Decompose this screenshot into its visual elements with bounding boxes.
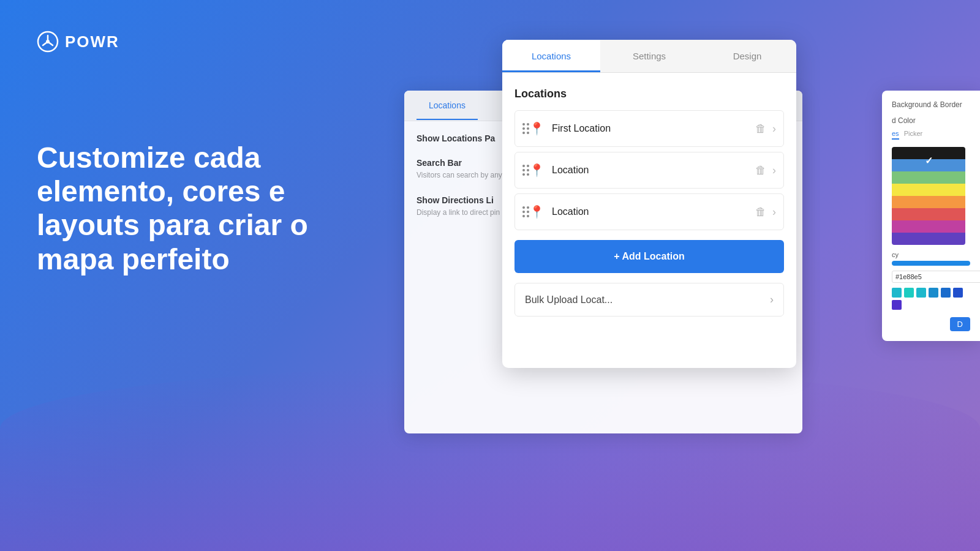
swatch-7[interactable] (892, 300, 902, 310)
bg-panel-tab-locations[interactable]: Locations (417, 92, 478, 120)
chevron-1[interactable]: › (772, 122, 776, 135)
drag-handle-3[interactable] (522, 206, 529, 217)
hex-input[interactable] (892, 271, 980, 283)
color-grid[interactable]: ✓ (892, 147, 965, 245)
color-tab-es[interactable]: es (892, 130, 899, 140)
bulk-upload-text: Bulk Upload Locat... (525, 294, 612, 305)
panel-tabs: Locations Settings Design (502, 40, 796, 73)
bulk-upload-chevron: › (770, 293, 774, 306)
swatch-3[interactable] (916, 288, 926, 298)
chevron-2[interactable]: › (772, 164, 776, 177)
drag-handle-2[interactable] (522, 165, 529, 176)
color-tab-picker[interactable]: Picker (904, 130, 923, 140)
color-sub-title: d Color (892, 116, 970, 125)
delete-button-1[interactable]: 🗑 (755, 122, 766, 135)
powr-logo-icon (37, 31, 59, 53)
location-name-1: First Location (552, 123, 755, 134)
tab-settings[interactable]: Settings (600, 40, 698, 72)
drag-handle-1[interactable] (522, 123, 529, 134)
headline: Customize cada elemento, cores e layouts… (37, 141, 392, 276)
location-item-1: 📍 First Location 🗑 › (514, 110, 784, 147)
swatch-4[interactable] (929, 288, 938, 298)
color-panel-title: Background & Border (892, 100, 970, 109)
tab-design[interactable]: Design (698, 40, 796, 72)
swatch-1[interactable] (892, 288, 902, 298)
main-panel: Locations Settings Design Locations 📍 Fi… (502, 40, 796, 368)
location-item-2: 📍 Location 🗑 › (514, 152, 784, 189)
pin-icon-1: 📍 (529, 121, 545, 136)
logo-area: POWR (37, 31, 119, 53)
logo-text: POWR (65, 32, 119, 51)
swatch-2[interactable] (904, 288, 914, 298)
pin-icon-3: 📍 (529, 204, 545, 219)
swatch-6[interactable] (953, 288, 963, 298)
panel-footer (502, 331, 796, 368)
color-hex-row: OK (892, 271, 970, 283)
svg-point-1 (46, 40, 50, 43)
opacity-bar (892, 261, 970, 266)
location-name-2: Location (552, 165, 755, 176)
add-location-button[interactable]: + Add Location (514, 240, 784, 273)
color-panel-tabs: es Picker (892, 130, 970, 140)
location-item-3: 📍 Location 🗑 › (514, 193, 784, 230)
delete-button-3[interactable]: 🗑 (755, 206, 766, 219)
section-title: Locations (514, 88, 784, 100)
panel-content: Locations 📍 First Location 🗑 › 📍 Locatio… (502, 73, 796, 331)
color-swatches (892, 288, 970, 310)
swatch-5[interactable] (941, 288, 951, 298)
bulk-upload-row[interactable]: Bulk Upload Locat... › (514, 283, 784, 317)
location-name-3: Location (552, 206, 755, 217)
tab-locations[interactable]: Locations (502, 40, 600, 72)
chevron-3[interactable]: › (772, 206, 776, 219)
color-panel: Background & Border d Color es Picker ✓ … (882, 91, 980, 341)
pin-icon-2: 📍 (529, 163, 545, 178)
color-checkmark: ✓ (925, 155, 933, 167)
delete-button-2[interactable]: 🗑 (755, 164, 766, 177)
done-button[interactable]: D (950, 317, 970, 331)
opacity-label: cy (892, 251, 970, 258)
